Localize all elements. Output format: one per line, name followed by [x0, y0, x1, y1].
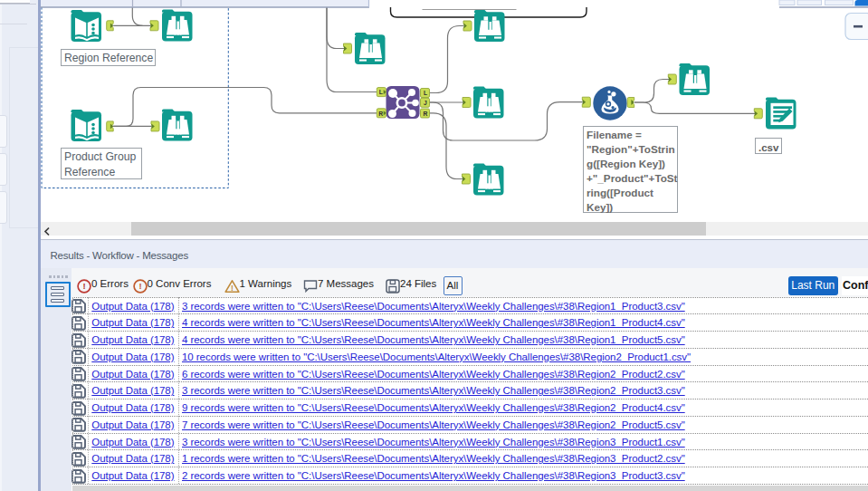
svg-text:L: L — [423, 90, 426, 96]
svg-text:!: ! — [82, 281, 85, 291]
svg-text:R: R — [378, 111, 383, 117]
svg-text:R: R — [423, 111, 427, 117]
svg-text:!: ! — [138, 281, 141, 291]
svg-text:L: L — [378, 89, 382, 95]
svg-text:J: J — [424, 100, 427, 106]
svg-text:!: ! — [231, 284, 234, 293]
